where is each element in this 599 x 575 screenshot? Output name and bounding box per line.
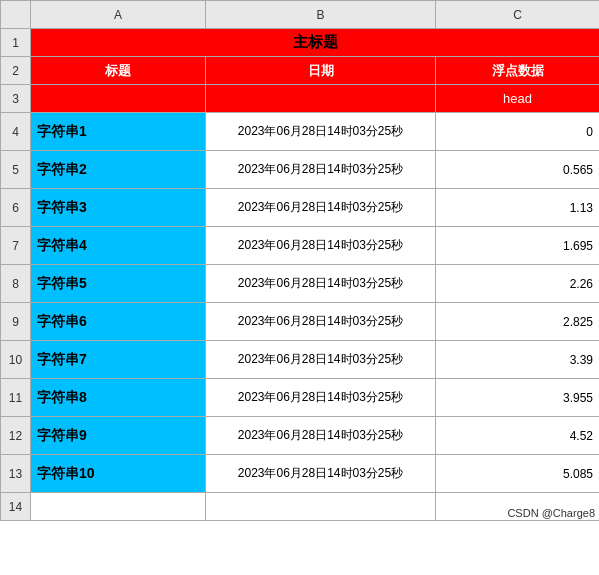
rownum-5: 5 xyxy=(1,151,31,189)
cell-a14 xyxy=(31,493,206,521)
cell-c8: 2.26 xyxy=(436,265,600,303)
data-row: 4 字符串1 2023年06月28日14时03分25秒 0 xyxy=(1,113,600,151)
data-row: 9 字符串6 2023年06月28日14时03分25秒 2.825 xyxy=(1,303,600,341)
cell-a5: 字符串2 xyxy=(31,151,206,189)
cell-a4: 字符串1 xyxy=(31,113,206,151)
data-row: 10 字符串7 2023年06月28日14时03分25秒 3.39 xyxy=(1,341,600,379)
main-title-cell: 主标题 xyxy=(31,29,600,57)
spreadsheet-table: A B C 1 主标题 2 标题 日期 浮点数据 3 head 4 字符串1 2… xyxy=(0,0,599,521)
data-row: 7 字符串4 2023年06月28日14时03分25秒 1.695 xyxy=(1,227,600,265)
rownum-14: 14 xyxy=(1,493,31,521)
cell-b7: 2023年06月28日14时03分25秒 xyxy=(206,227,436,265)
watermark: CSDN @Charge8 xyxy=(507,507,595,519)
rownum-12: 12 xyxy=(1,417,31,455)
cell-c12: 4.52 xyxy=(436,417,600,455)
cell-b9: 2023年06月28日14时03分25秒 xyxy=(206,303,436,341)
cell-a9: 字符串6 xyxy=(31,303,206,341)
row-3: 3 head xyxy=(1,85,600,113)
col-header-b: B xyxy=(206,1,436,29)
cell-c13: 5.085 xyxy=(436,455,600,493)
rownum-10: 10 xyxy=(1,341,31,379)
column-header-row: A B C xyxy=(1,1,600,29)
data-row: 13 字符串10 2023年06月28日14时03分25秒 5.085 xyxy=(1,455,600,493)
cell-b6: 2023年06月28日14时03分25秒 xyxy=(206,189,436,227)
cell-b14 xyxy=(206,493,436,521)
rownum-3: 3 xyxy=(1,85,31,113)
subtitle-b: 日期 xyxy=(206,57,436,85)
rownum-11: 11 xyxy=(1,379,31,417)
head-c: head xyxy=(436,85,600,113)
head-b xyxy=(206,85,436,113)
subtitle-a: 标题 xyxy=(31,57,206,85)
cell-b13: 2023年06月28日14时03分25秒 xyxy=(206,455,436,493)
cell-a13: 字符串10 xyxy=(31,455,206,493)
data-row: 5 字符串2 2023年06月28日14时03分25秒 0.565 xyxy=(1,151,600,189)
cell-b10: 2023年06月28日14时03分25秒 xyxy=(206,341,436,379)
data-row: 6 字符串3 2023年06月28日14时03分25秒 1.13 xyxy=(1,189,600,227)
cell-a10: 字符串7 xyxy=(31,341,206,379)
cell-a6: 字符串3 xyxy=(31,189,206,227)
data-row: 11 字符串8 2023年06月28日14时03分25秒 3.955 xyxy=(1,379,600,417)
cell-c5: 0.565 xyxy=(436,151,600,189)
cell-b5: 2023年06月28日14时03分25秒 xyxy=(206,151,436,189)
data-row: 8 字符串5 2023年06月28日14时03分25秒 2.26 xyxy=(1,265,600,303)
data-row: 12 字符串9 2023年06月28日14时03分25秒 4.52 xyxy=(1,417,600,455)
corner-cell xyxy=(1,1,31,29)
cell-c4: 0 xyxy=(436,113,600,151)
row-1: 1 主标题 xyxy=(1,29,600,57)
head-a xyxy=(31,85,206,113)
cell-c11: 3.955 xyxy=(436,379,600,417)
col-header-a: A xyxy=(31,1,206,29)
cell-b12: 2023年06月28日14时03分25秒 xyxy=(206,417,436,455)
cell-c7: 1.695 xyxy=(436,227,600,265)
cell-a7: 字符串4 xyxy=(31,227,206,265)
cell-b4: 2023年06月28日14时03分25秒 xyxy=(206,113,436,151)
rownum-6: 6 xyxy=(1,189,31,227)
cell-a11: 字符串8 xyxy=(31,379,206,417)
cell-b8: 2023年06月28日14时03分25秒 xyxy=(206,265,436,303)
rownum-7: 7 xyxy=(1,227,31,265)
rownum-1: 1 xyxy=(1,29,31,57)
cell-c6: 1.13 xyxy=(436,189,600,227)
rownum-4: 4 xyxy=(1,113,31,151)
spreadsheet: A B C 1 主标题 2 标题 日期 浮点数据 3 head 4 字符串1 2… xyxy=(0,0,599,521)
rownum-13: 13 xyxy=(1,455,31,493)
row-2: 2 标题 日期 浮点数据 xyxy=(1,57,600,85)
cell-b11: 2023年06月28日14时03分25秒 xyxy=(206,379,436,417)
cell-c10: 3.39 xyxy=(436,341,600,379)
col-header-c: C xyxy=(436,1,600,29)
rownum-2: 2 xyxy=(1,57,31,85)
cell-c9: 2.825 xyxy=(436,303,600,341)
subtitle-c: 浮点数据 xyxy=(436,57,600,85)
rownum-9: 9 xyxy=(1,303,31,341)
cell-a12: 字符串9 xyxy=(31,417,206,455)
cell-a8: 字符串5 xyxy=(31,265,206,303)
rownum-8: 8 xyxy=(1,265,31,303)
